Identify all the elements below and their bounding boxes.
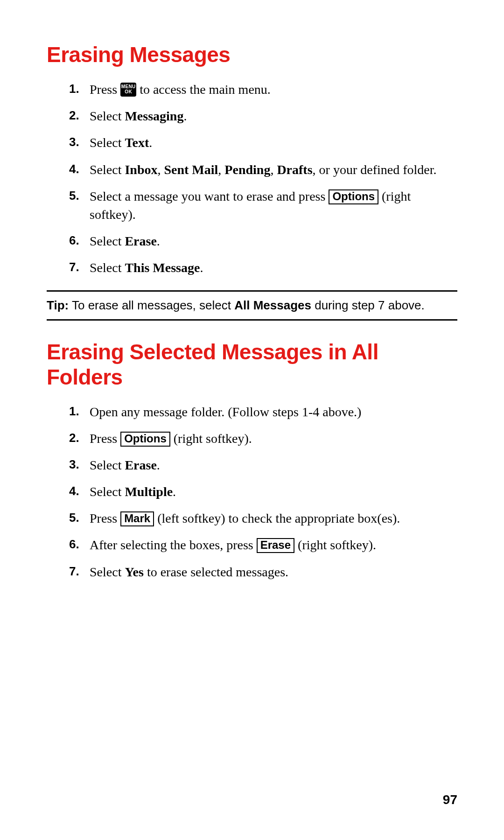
step-text: Select bbox=[90, 260, 125, 275]
step-bold: Text bbox=[125, 135, 149, 150]
step-text: , bbox=[270, 162, 277, 177]
tip-text: during step 7 above. bbox=[311, 298, 425, 312]
step-item: 5. Press Mark (left softkey) to check th… bbox=[69, 509, 457, 527]
step-text: , bbox=[157, 162, 164, 177]
step-text: . bbox=[149, 135, 152, 150]
step-number: 2. bbox=[69, 429, 79, 446]
step-number: 5. bbox=[69, 187, 79, 204]
tip-box: Tip: To erase all messages, select All M… bbox=[47, 290, 457, 321]
step-text: to access the main menu. bbox=[136, 82, 271, 97]
step-text: . bbox=[200, 260, 203, 275]
step-item: 6. After selecting the boxes, press Eras… bbox=[69, 536, 457, 554]
step-number: 7. bbox=[69, 259, 79, 275]
tip-text: To erase all messages, select bbox=[69, 298, 234, 312]
step-bold: Drafts bbox=[277, 162, 312, 177]
step-text: , or your defined folder. bbox=[313, 162, 437, 177]
step-text: Select bbox=[90, 135, 125, 150]
step-bold: Yes bbox=[125, 565, 143, 579]
step-text: . bbox=[157, 234, 160, 248]
step-text: Select bbox=[90, 484, 125, 499]
step-item: 7. Select This Message. bbox=[69, 259, 457, 277]
step-text: Press bbox=[90, 82, 120, 97]
softkey-erase: Erase bbox=[257, 538, 294, 553]
step-text: Select bbox=[90, 565, 125, 579]
step-bold: Messaging bbox=[125, 109, 183, 123]
step-number: 1. bbox=[69, 403, 79, 420]
step-number: 3. bbox=[69, 456, 79, 473]
step-bold: Erase bbox=[125, 458, 156, 472]
step-item: 3. Select Text. bbox=[69, 133, 457, 152]
steps-list-2: 1. Open any message folder. (Follow step… bbox=[47, 403, 457, 581]
step-number: 3. bbox=[69, 133, 79, 150]
step-text: Select bbox=[90, 109, 125, 123]
step-text: Select bbox=[90, 458, 125, 472]
step-item: 7. Select Yes to erase selected messages… bbox=[69, 563, 457, 581]
step-number: 7. bbox=[69, 563, 79, 580]
step-item: 4. Select Inbox, Sent Mail, Pending, Dra… bbox=[69, 161, 457, 179]
softkey-options: Options bbox=[329, 189, 378, 204]
step-text: , bbox=[218, 162, 224, 177]
step-text: . bbox=[183, 109, 187, 123]
step-text: Select bbox=[90, 234, 125, 248]
step-text: (left softkey) to check the appropriate … bbox=[154, 511, 400, 525]
heading-erasing-messages: Erasing Messages bbox=[47, 42, 457, 67]
step-bold: This Message bbox=[125, 260, 200, 275]
step-number: 1. bbox=[69, 80, 79, 97]
step-number: 6. bbox=[69, 536, 79, 553]
step-text: Select bbox=[90, 162, 125, 177]
step-text: to erase selected messages. bbox=[144, 565, 288, 579]
page-number: 97 bbox=[443, 792, 457, 807]
step-text: Open any message folder. (Follow steps 1… bbox=[90, 405, 361, 419]
step-bold: Erase bbox=[125, 234, 156, 248]
menu-ok-key-icon: MENUOK bbox=[120, 83, 136, 97]
step-number: 6. bbox=[69, 232, 79, 249]
step-text: Press bbox=[90, 431, 120, 446]
step-item: 2. Select Messaging. bbox=[69, 107, 457, 125]
tip-label: Tip: bbox=[47, 298, 69, 312]
step-text: Select a message you want to erase and p… bbox=[90, 189, 329, 203]
step-text: (right softkey). bbox=[294, 538, 376, 552]
step-item: 1. Open any message folder. (Follow step… bbox=[69, 403, 457, 421]
step-text: (right softkey). bbox=[170, 431, 252, 446]
step-text: . bbox=[157, 458, 160, 472]
step-item: 4. Select Multiple. bbox=[69, 483, 457, 501]
step-bold: Sent Mail bbox=[164, 162, 218, 177]
step-number: 5. bbox=[69, 509, 79, 526]
step-bold: Inbox bbox=[125, 162, 157, 177]
step-bold: Pending bbox=[224, 162, 270, 177]
step-text: . bbox=[173, 484, 176, 499]
step-text: After selecting the boxes, press bbox=[90, 538, 257, 552]
heading-erasing-selected-messages: Erasing Selected Messages in All Folders bbox=[47, 339, 457, 390]
step-item: 2. Press Options (right softkey). bbox=[69, 429, 457, 448]
step-item: 6. Select Erase. bbox=[69, 232, 457, 250]
softkey-options: Options bbox=[120, 432, 170, 447]
step-text: Press bbox=[90, 511, 120, 525]
step-item: 1. Press MENUOK to access the main menu. bbox=[69, 80, 457, 98]
tip-bold: All Messages bbox=[234, 298, 311, 312]
step-number: 4. bbox=[69, 161, 79, 177]
step-item: 5. Select a message you want to erase an… bbox=[69, 187, 457, 224]
step-number: 4. bbox=[69, 483, 79, 499]
step-bold: Multiple bbox=[125, 484, 173, 499]
steps-list-1: 1. Press MENUOK to access the main menu.… bbox=[47, 80, 457, 277]
softkey-mark: Mark bbox=[120, 511, 154, 526]
step-number: 2. bbox=[69, 107, 79, 124]
step-item: 3. Select Erase. bbox=[69, 456, 457, 474]
